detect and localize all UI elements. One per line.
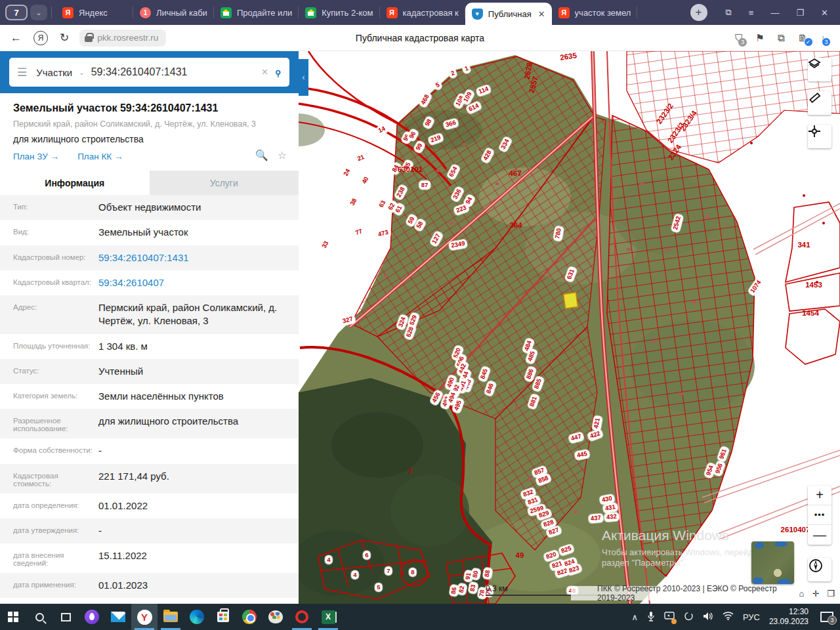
parcel-label[interactable]: 82 [457,583,467,596]
favorite-star-icon[interactable]: ☆ [278,149,287,161]
tab-services[interactable]: Услуги [150,171,299,195]
alice-app-button[interactable] [79,604,105,630]
detail-value-link[interactable]: 59:34:2610407:1431 [98,251,299,264]
parcel-label[interactable]: 334 [498,136,513,152]
parcel-label[interactable]: 114 [476,84,492,96]
tab-count[interactable]: 7 [5,5,28,20]
tab-close-icon[interactable]: ✕ [538,9,545,19]
tab-list-chevron-icon[interactable]: ⌄ [30,5,47,20]
screen-share-icon[interactable] [664,612,675,623]
parcel-label[interactable]: 24 [341,166,353,180]
back-button[interactable]: ← [10,32,22,45]
tab-counter[interactable]: 7 ⌄ [5,5,47,20]
parcel-label[interactable]: 6 [363,551,370,560]
microphone-icon[interactable] [647,611,655,623]
parcel-label[interactable]: 885 [532,376,545,392]
compass-button[interactable] [808,558,831,581]
zoom-out-button[interactable]: — [808,525,831,545]
plan-kk-link[interactable]: План КК → [77,152,123,161]
parcel-label[interactable]: 780 [553,226,564,242]
zoom-in-button[interactable]: + [808,486,831,505]
parcel-label[interactable]: 422 [587,429,604,442]
taskbar-search-button[interactable] [26,604,52,630]
url-text[interactable]: pkk.rosreestr.ru [97,33,158,43]
zoom-levels-button[interactable]: ••• [808,505,831,525]
parcel-label[interactable]: 468 [418,91,432,108]
category-chevron-icon[interactable]: ⌄ [79,69,84,76]
volume-icon[interactable] [703,612,713,623]
search-input[interactable] [91,66,255,78]
parcel-label[interactable]: 846 [484,381,497,397]
parcel-label[interactable]: 336 [450,186,465,202]
url-field[interactable]: pkk.rosreestr.ru [79,30,166,47]
parcel-label[interactable]: 447 [568,432,584,444]
home-icon[interactable]: ⌂ [799,589,805,598]
minimize-button[interactable]: — [770,8,779,18]
parcel-label[interactable]: 2349 [449,239,468,250]
file-explorer-button[interactable] [158,604,184,630]
parcel-label[interactable]: 956 [713,461,726,477]
tray-chevron-icon[interactable]: ∧ [631,612,638,622]
parcel-label[interactable]: 5 [375,583,382,592]
overview-minimap[interactable] [751,541,794,584]
restore-button[interactable]: ❐ [796,8,804,18]
headset-icon[interactable] [684,612,694,623]
parcel-label[interactable]: 238 [394,184,408,200]
opera-button[interactable] [289,604,315,630]
browser-tab[interactable]: Якадастровая к [380,0,465,25]
parcel-label[interactable]: 327 [340,314,356,326]
parcel-label[interactable]: 2 [448,68,457,79]
search-category[interactable]: Участки [36,67,72,78]
detail-value-link[interactable]: 59:34:2610407 [98,276,299,289]
close-button[interactable]: ✕ [821,8,828,18]
parcel-label[interactable]: 961 [717,446,730,463]
wifi-icon[interactable] [723,612,734,622]
parcel-label[interactable]: 40 [359,174,371,188]
edge-button[interactable] [184,604,210,630]
parcel-label[interactable]: 845 [478,366,491,383]
mail-app-button[interactable] [105,604,131,630]
locate-button[interactable] [808,125,831,148]
panel-collapse-button[interactable]: ‹ [299,59,308,96]
parcel-label[interactable]: 98 [422,116,434,130]
parcel-label[interactable]: 2542 [671,213,684,233]
locate-small-icon[interactable]: ✛ [812,589,819,598]
clear-search-icon[interactable]: × [261,66,268,79]
doc-check-icon[interactable]: 🗎✓ [798,32,808,43]
parcel-label[interactable]: 445 [574,450,590,461]
fullscreen-icon[interactable]: ❒ [827,589,835,598]
language-indicator[interactable]: РУС [743,612,760,622]
browser-menu-icon[interactable]: ≡ [749,8,754,18]
new-tab-button[interactable]: + [690,4,707,21]
parcel-label[interactable]: 87 [419,181,430,190]
side-panel-icon[interactable]: ⧉ [726,7,732,18]
browser-tab[interactable]: Купить 2-ком [299,0,379,25]
parcel-label[interactable]: 1074 [747,277,765,297]
parcel-label[interactable]: 219 [428,133,444,146]
parcel-label[interactable]: 1 [461,64,471,74]
parcel-label[interactable]: 654 [446,163,461,180]
parcel-label[interactable]: 7 [385,567,392,576]
parcel-label[interactable]: 80 [471,568,481,581]
parcel-label[interactable]: 421 [592,415,603,431]
parcel-label[interactable]: 825 [558,543,575,556]
browser-tab[interactable]: ♥Публичная✕ [465,3,552,25]
parcel-label[interactable]: 4 [325,556,332,564]
clock[interactable]: 12:30 23.09.2023 [769,607,808,627]
tab-information[interactable]: Информация [0,171,150,195]
parcel-label[interactable]: 38 [347,196,360,209]
cadastral-map[interactable]: 2154681081091146149836621995969914334428… [299,51,840,604]
parcel-label[interactable]: 14 [375,124,388,136]
parcel-label[interactable]: 127 [429,230,444,247]
parcel-label[interactable]: 8 [409,568,416,577]
parcel-label[interactable]: 473 [375,228,391,240]
protect-shield-icon[interactable]: ⛉3 [735,32,742,44]
notification-center-icon[interactable]: 3 [820,612,833,622]
parcel-label[interactable]: 366 [443,118,459,130]
downloads-icon[interactable]: ↓3 [821,32,826,43]
reload-button[interactable]: ↻ [60,31,69,45]
start-button[interactable] [0,604,26,630]
parcel-label[interactable]: 77 [352,226,366,238]
yandex-home-button[interactable]: Я [33,31,48,45]
ruler-button[interactable] [808,91,831,115]
